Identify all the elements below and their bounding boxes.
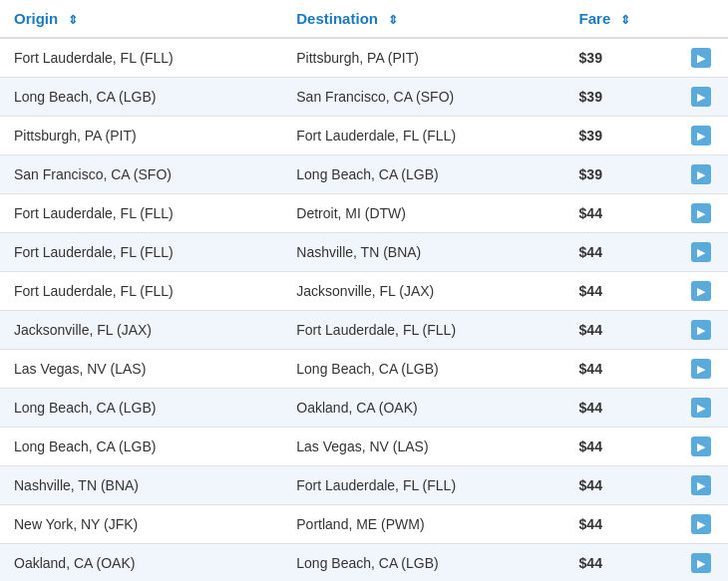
row-detail-button[interactable]: ▶ [691,514,711,534]
destination-cell: Oakland, CA (OAK) [282,389,564,428]
origin-cell: Fort Lauderdale, FL (FLL) [0,38,282,78]
table-row: Long Beach, CA (LGB)San Francisco, CA (S… [0,78,728,117]
fare-sort-icon: ⇕ [620,13,630,27]
origin-cell: Long Beach, CA (LGB) [0,78,282,117]
action-cell: ▶ [674,38,728,78]
origin-header-label: Origin [14,10,58,27]
row-detail-button[interactable]: ▶ [691,281,711,301]
origin-header[interactable]: Origin ⇕ [0,0,282,38]
fare-cell: $44 [565,194,674,233]
destination-cell: San Francisco, CA (SFO) [282,78,564,117]
row-detail-button[interactable]: ▶ [691,87,711,107]
fare-cell: $39 [565,117,674,155]
table-row: New York, NY (JFK)Portland, ME (PWM)$44▶ [0,505,728,544]
destination-cell: Fort Lauderdale, FL (FLL) [282,311,564,350]
destination-cell: Jacksonville, FL (JAX) [282,272,564,311]
destination-cell: Fort Lauderdale, FL (FLL) [282,117,564,155]
origin-cell: Jacksonville, FL (JAX) [0,311,282,350]
fare-cell: $44 [565,350,674,389]
action-cell: ▶ [674,117,728,155]
destination-cell: Detroit, MI (DTW) [282,194,564,233]
row-detail-button[interactable]: ▶ [691,242,711,262]
destination-cell: Portland, ME (PWM) [282,505,564,544]
destination-cell: Fort Lauderdale, FL (FLL) [282,466,564,505]
table-row: Fort Lauderdale, FL (FLL)Detroit, MI (DT… [0,194,728,233]
destination-header[interactable]: Destination ⇕ [282,0,564,38]
action-cell: ▶ [674,466,728,505]
table-row: Pittsburgh, PA (PIT)Fort Lauderdale, FL … [0,117,728,155]
table-row: Fort Lauderdale, FL (FLL)Nashville, TN (… [0,233,728,272]
row-detail-button[interactable]: ▶ [691,398,711,418]
row-detail-button[interactable]: ▶ [691,553,711,573]
fare-cell: $44 [565,428,674,466]
table-row: Fort Lauderdale, FL (FLL)Jacksonville, F… [0,272,728,311]
origin-sort-icon: ⇕ [68,13,78,27]
row-detail-button[interactable]: ▶ [691,48,711,68]
origin-cell: New York, NY (JFK) [0,505,282,544]
flights-table-container: Origin ⇕ Destination ⇕ Fare ⇕ Fort Laude… [0,0,728,581]
action-header [674,0,728,38]
action-cell: ▶ [674,389,728,428]
table-body: Fort Lauderdale, FL (FLL)Pittsburgh, PA … [0,38,728,581]
row-detail-button[interactable]: ▶ [691,436,711,456]
fare-cell: $44 [565,466,674,505]
table-row: Nashville, TN (BNA)Fort Lauderdale, FL (… [0,466,728,505]
table-row: San Francisco, CA (SFO)Long Beach, CA (L… [0,155,728,194]
origin-cell: Fort Lauderdale, FL (FLL) [0,272,282,311]
destination-cell: Pittsburgh, PA (PIT) [282,38,564,78]
origin-cell: Long Beach, CA (LGB) [0,389,282,428]
destination-sort-icon: ⇕ [388,13,398,27]
fare-cell: $44 [565,389,674,428]
fare-cell: $44 [565,311,674,350]
destination-cell: Long Beach, CA (LGB) [282,544,564,582]
action-cell: ▶ [674,194,728,233]
action-cell: ▶ [674,272,728,311]
action-cell: ▶ [674,544,728,582]
table-row: Long Beach, CA (LGB)Las Vegas, NV (LAS)$… [0,428,728,466]
destination-header-label: Destination [296,10,378,27]
origin-cell: Pittsburgh, PA (PIT) [0,117,282,155]
fare-cell: $39 [565,78,674,117]
action-cell: ▶ [674,505,728,544]
destination-cell: Long Beach, CA (LGB) [282,350,564,389]
action-cell: ▶ [674,155,728,194]
table-row: Long Beach, CA (LGB)Oakland, CA (OAK)$44… [0,389,728,428]
origin-cell: Nashville, TN (BNA) [0,466,282,505]
fare-cell: $44 [565,544,674,582]
origin-cell: Fort Lauderdale, FL (FLL) [0,233,282,272]
origin-cell: San Francisco, CA (SFO) [0,155,282,194]
table-row: Oakland, CA (OAK)Long Beach, CA (LGB)$44… [0,544,728,582]
table-row: Fort Lauderdale, FL (FLL)Pittsburgh, PA … [0,38,728,78]
fare-cell: $39 [565,155,674,194]
row-detail-button[interactable]: ▶ [691,320,711,340]
row-detail-button[interactable]: ▶ [691,126,711,145]
row-detail-button[interactable]: ▶ [691,203,711,223]
fare-header-label: Fare [579,10,611,27]
action-cell: ▶ [674,311,728,350]
origin-cell: Las Vegas, NV (LAS) [0,350,282,389]
flights-table: Origin ⇕ Destination ⇕ Fare ⇕ Fort Laude… [0,0,728,581]
action-cell: ▶ [674,428,728,466]
fare-cell: $44 [565,233,674,272]
row-detail-button[interactable]: ▶ [691,475,711,495]
table-row: Las Vegas, NV (LAS)Long Beach, CA (LGB)$… [0,350,728,389]
table-header-row: Origin ⇕ Destination ⇕ Fare ⇕ [0,0,728,38]
row-detail-button[interactable]: ▶ [691,359,711,379]
action-cell: ▶ [674,350,728,389]
fare-cell: $44 [565,272,674,311]
table-row: Jacksonville, FL (JAX)Fort Lauderdale, F… [0,311,728,350]
action-cell: ▶ [674,78,728,117]
fare-cell: $39 [565,38,674,78]
row-detail-button[interactable]: ▶ [691,164,711,184]
origin-cell: Oakland, CA (OAK) [0,544,282,582]
destination-cell: Nashville, TN (BNA) [282,233,564,272]
destination-cell: Las Vegas, NV (LAS) [282,428,564,466]
fare-cell: $44 [565,505,674,544]
origin-cell: Long Beach, CA (LGB) [0,428,282,466]
destination-cell: Long Beach, CA (LGB) [282,155,564,194]
action-cell: ▶ [674,233,728,272]
fare-header[interactable]: Fare ⇕ [565,0,674,38]
origin-cell: Fort Lauderdale, FL (FLL) [0,194,282,233]
